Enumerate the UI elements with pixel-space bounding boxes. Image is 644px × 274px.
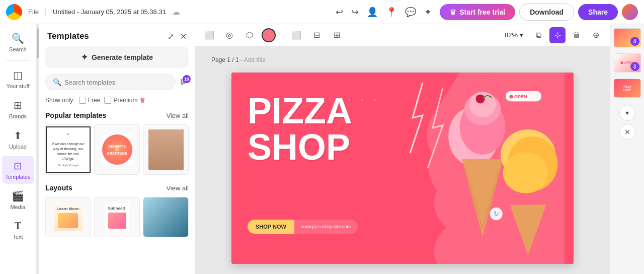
zoom-selector[interactable]: 82% ▾ <box>501 29 527 41</box>
upload-icon: ⬆ <box>14 129 22 142</box>
share-button[interactable]: Share <box>578 4 618 20</box>
sidebar-item-search[interactable]: 🔍 Search <box>2 28 34 56</box>
sidebar-item-text[interactable]: T Text <box>2 216 34 244</box>
add-title[interactable]: Add title <box>244 56 266 63</box>
template-thumb-1[interactable]: " If we can change our way of thinking, … <box>45 124 91 175</box>
shop-now-button: SHOP NOW <box>248 220 294 234</box>
right-thumb-1[interactable]: 4 <box>614 28 641 47</box>
layouts-grid: Learn More: Subhead <box>45 197 189 237</box>
quote-template: " If we can change our way of thinking, … <box>46 126 91 172</box>
comment-icon[interactable]: 💬 <box>405 7 416 18</box>
undo-icon[interactable]: ↩ <box>336 7 343 18</box>
search-bar: 🔍 ⫸ 10 <box>45 74 189 90</box>
popular-templates-grid: " If we can change our way of thinking, … <box>45 124 189 175</box>
user-add-icon[interactable]: 👤 <box>367 7 378 18</box>
layout-thumb-2[interactable]: Subhead <box>94 197 140 237</box>
search-templates-input[interactable] <box>64 79 168 86</box>
generate-icon: ✦ <box>81 52 88 62</box>
close-icon[interactable]: ✕ <box>180 32 187 41</box>
canva-logo[interactable] <box>6 4 22 20</box>
chevron-down-button[interactable]: ▾ <box>619 105 635 121</box>
sidebar-item-templates[interactable]: ⊡ Templates <box>2 156 34 184</box>
svg-text:⬟ OPEN: ⬟ OPEN <box>509 94 527 99</box>
search-icon-small: 🔍 <box>53 78 61 86</box>
copy-tool[interactable]: ⧉ <box>530 27 546 43</box>
canvas-area[interactable]: Page 1 / 1 - Add title → → → ⬟ OPEN <box>195 46 610 274</box>
document-title[interactable]: Untitled - January 05, 2025 at 05.38.31 <box>53 8 166 16</box>
sidebar-item-upload[interactable]: ⬆ Upload <box>2 125 34 154</box>
sidebar-item-your-stuff[interactable]: ◫ Your stuff <box>2 65 34 93</box>
layouts-view-all[interactable]: View all <box>166 184 189 192</box>
right-thumb-3[interactable]: PIZZASHOP <box>614 79 641 98</box>
download-button[interactable]: Download <box>519 4 574 21</box>
layout-thumb-1[interactable]: Learn More: <box>45 197 91 237</box>
crop-tool[interactable]: ◎ <box>221 27 237 43</box>
templates-icon: ⊡ <box>14 160 22 172</box>
free-checkbox-label[interactable]: Free <box>79 97 101 104</box>
right-thumb-1-badge: 4 <box>630 37 639 46</box>
show-only-label: Show only: <box>45 97 75 104</box>
svg-text:↻: ↻ <box>494 211 499 218</box>
close-right-panel-icon: ✕ <box>624 128 630 136</box>
sidebar-item-templates-label: Templates <box>5 174 30 180</box>
canvas-page[interactable]: → → → ⬟ OPEN PIZZA SHOP <box>231 73 574 264</box>
shop-now-area: SHOP NOW www.pizzashop.site.com <box>248 220 358 234</box>
premium-checkbox[interactable] <box>104 97 111 104</box>
generate-template-button[interactable]: ✦ Generate template <box>45 46 189 68</box>
user-avatar[interactable] <box>622 4 638 20</box>
layout-tool[interactable]: ⬜ <box>288 27 304 43</box>
canvas-column: ⬜ ◎ ⬡ ⬜ ⊟ ⊞ 82% ▾ ⧉ ⊹ 🗑 ⊕ Page 1 / 1 <box>195 24 610 274</box>
premium-checkbox-label[interactable]: Premium ♛ <box>104 96 146 104</box>
cloud-sync-icon: ☁ <box>172 7 180 17</box>
select-tool[interactable]: ⊹ <box>549 27 566 43</box>
expand-icon[interactable]: ⤢ <box>168 32 174 41</box>
templates-panel: Templates ⤢ ✕ ✦ Generate template 🔍 ⫸ 10 <box>39 24 195 274</box>
spark-icon[interactable]: ✦ <box>424 7 432 18</box>
icon-sidebar: 🔍 Search ◫ Your stuff ⊞ Brands ⬆ Upload … <box>0 24 36 274</box>
toolbar-right: 82% ▾ ⧉ ⊹ 🗑 ⊕ <box>501 27 604 43</box>
your-stuff-icon: ◫ <box>13 69 23 81</box>
connect-tool[interactable]: ⬡ <box>242 27 258 43</box>
file-menu[interactable]: File <box>28 8 39 16</box>
main-area: 🔍 Search ◫ Your stuff ⊞ Brands ⬆ Upload … <box>0 24 644 274</box>
free-checkbox[interactable] <box>79 97 86 104</box>
premium-label: Premium <box>113 97 137 104</box>
svg-point-14 <box>475 94 485 103</box>
sidebar-divider <box>6 60 30 61</box>
right-thumb-2[interactable]: ⬟ OPEN 3 <box>614 53 641 73</box>
filter-button[interactable]: ⫸ 10 <box>180 77 189 88</box>
template-thumb-3[interactable] <box>143 124 189 175</box>
sidebar-item-brands[interactable]: ⊞ Brands <box>2 95 34 123</box>
pizza-title-line2: SHOP <box>248 129 352 165</box>
template-thumb-2[interactable]: BENEFITSOFGRATITUDE <box>94 124 140 175</box>
chevron-down-icon: ▾ <box>625 109 629 117</box>
redo-icon[interactable]: ↪ <box>351 7 359 18</box>
layouts-header: Layouts View all <box>45 184 189 192</box>
start-trial-button[interactable]: ♛ Start free trial <box>440 4 515 20</box>
filter-badge: 10 <box>183 75 191 83</box>
position-tool[interactable]: ⊟ <box>308 27 325 43</box>
close-panel-button[interactable]: ✕ <box>619 124 635 140</box>
sidebar-item-media[interactable]: 🎬 Media <box>2 186 34 214</box>
frame-tool[interactable]: ⬜ <box>201 27 217 43</box>
transform-tool[interactable]: ⊞ <box>329 27 345 43</box>
shop-url: www.pizzashop.site.com <box>294 220 358 234</box>
color-swatch[interactable] <box>262 28 276 42</box>
location-icon[interactable]: 📍 <box>386 7 397 18</box>
right-thumb-2-badge: 3 <box>630 62 639 71</box>
photo-template <box>148 129 184 170</box>
sidebar-item-media-label: Media <box>11 204 26 210</box>
separator: | <box>45 8 47 17</box>
scrollbar-thumb[interactable] <box>37 28 39 58</box>
ice-cream-area: ⬟ OPEN ↻ <box>382 73 574 264</box>
subhead-layout: Subhead <box>105 203 129 232</box>
panel-header: Templates ⤢ ✕ <box>39 24 195 46</box>
popular-view-all[interactable]: View all <box>166 112 189 119</box>
layout-thumb-3[interactable] <box>143 197 189 237</box>
sidebar-item-search-label: Search <box>9 46 27 52</box>
delete-tool[interactable]: 🗑 <box>569 27 585 43</box>
page-info: Page 1 / 1 - Add title <box>211 56 266 63</box>
media-icon: 🎬 <box>12 190 24 202</box>
ice-cream-svg: ⬟ OPEN ↻ <box>382 73 574 264</box>
add-tool[interactable]: ⊕ <box>588 27 604 43</box>
